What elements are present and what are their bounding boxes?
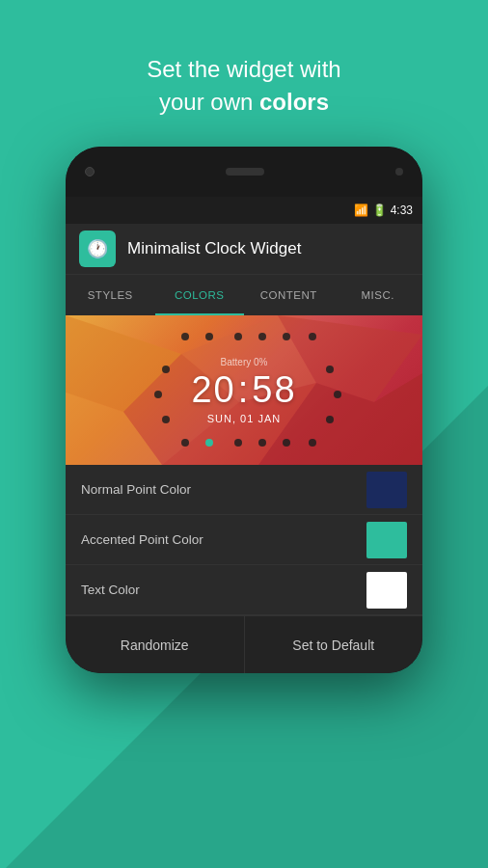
tabs-bar: STYLES COLORS CONTENT MISC. [66,274,422,315]
widget-content: Battery 0% 20:58 SUN, 01 JAN [66,315,422,465]
normal-point-swatch[interactable] [366,472,407,508]
randomize-button[interactable]: Randomize [66,616,245,673]
phone-sensor [395,168,403,176]
accented-point-label: Accented Point Color [81,532,203,547]
set-default-button[interactable]: Set to Default [245,616,423,673]
header-text: Set the widget with your own colors [147,53,340,118]
front-camera-icon [85,167,95,176]
widget-preview: Battery 0% 20:58 SUN, 01 JAN [66,315,422,465]
clock-hours: 20 [191,369,235,410]
app-title: Minimalist Clock Widget [127,239,301,258]
app-bar: 🕐 Minimalist Clock Widget [66,224,422,274]
text-color-label: Text Color [81,583,140,597]
tab-content[interactable]: CONTENT [244,275,334,315]
tab-styles[interactable]: STYLES [66,275,155,315]
clock-display: 20:58 [191,369,296,411]
status-icons: 📶 🔋 4:33 [354,203,413,217]
battery-label: Battery 0% [221,357,268,367]
accented-point-swatch[interactable] [366,522,407,558]
clock-minutes: 58 [252,369,296,410]
text-color-swatch[interactable] [366,572,407,609]
phone-speaker [226,168,264,176]
tab-colors[interactable]: COLORS [155,275,245,315]
phone: 📶 🔋 4:33 🕐 Minimalist Clock Widget STYLE… [66,147,422,673]
color-row-accented-point[interactable]: Accented Point Color [66,515,422,565]
phone-top-bezel [66,147,422,197]
normal-point-label: Normal Point Color [81,482,191,497]
color-row-normal-point[interactable]: Normal Point Color [66,465,422,515]
color-row-text[interactable]: Text Color [66,565,422,615]
app-icon: 🕐 [79,231,116,267]
battery-status-icon: 🔋 [372,203,387,217]
date-display: SUN, 01 JAN [207,413,281,424]
status-bar: 📶 🔋 4:33 [66,197,422,224]
color-settings: Normal Point Color Accented Point Color … [66,465,422,615]
bottom-bar: Randomize Set to Default [66,615,422,673]
wifi-icon: 📶 [354,203,368,217]
status-time: 4:33 [391,203,413,217]
tab-misc[interactable]: MISC. [334,275,423,315]
